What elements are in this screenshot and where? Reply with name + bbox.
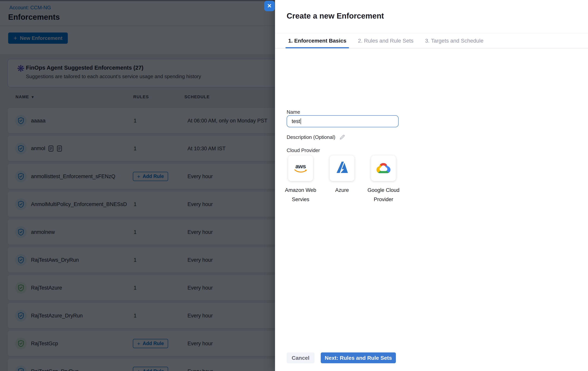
azure-logo-icon <box>335 161 349 176</box>
edit-description-icon[interactable] <box>339 134 345 140</box>
text-cursor <box>301 118 301 124</box>
tab-label: 3. Targets and Schedule <box>425 38 483 44</box>
description-label-text: Description (Optional) <box>287 134 335 140</box>
name-input[interactable]: test <box>287 115 399 127</box>
enforcement-basics-form: Name test Description (Optional) Cloud P… <box>275 48 588 371</box>
description-label: Description (Optional) <box>287 134 345 140</box>
name-input-value: test <box>292 118 300 124</box>
aws-logo-icon: aws <box>294 163 308 173</box>
cloud-provider-options: aws Amazon Web Servies <box>288 156 396 204</box>
cancel-button[interactable]: Cancel <box>287 352 315 363</box>
provider-label: Amazon Web Servies <box>277 186 325 204</box>
next-button[interactable]: Next: Rules and Rule Sets <box>321 352 396 363</box>
provider-card-gcp[interactable]: Google Cloud Provider <box>371 156 396 204</box>
provider-card-azure[interactable]: Azure <box>330 156 354 204</box>
provider-label: Google Cloud Provider <box>359 186 408 204</box>
aws-wordmark: aws <box>295 163 306 169</box>
close-drawer-button[interactable]: ✕ <box>264 1 275 11</box>
drawer-title: Create a new Enforcement <box>287 12 384 20</box>
tab-label: 1. Enforcement Basics <box>288 38 346 44</box>
provider-label: Azure <box>318 186 366 195</box>
create-enforcement-drawer: ✕ Create a new Enforcement 1. Enforcemen… <box>275 0 588 371</box>
wizard-tab[interactable]: 2. Rules and Rule Sets <box>355 33 416 48</box>
name-label: Name <box>287 109 300 115</box>
provider-card-aws[interactable]: aws Amazon Web Servies <box>288 156 313 204</box>
tab-label: 2. Rules and Rule Sets <box>358 38 413 44</box>
wizard-tab[interactable]: 3. Targets and Schedule <box>422 33 486 48</box>
gcp-logo-icon <box>375 160 392 176</box>
wizard-tab[interactable]: 1. Enforcement Basics <box>285 33 349 48</box>
cloud-provider-label: Cloud Provider <box>287 147 320 153</box>
wizard-tabbar: 1. Enforcement Basics 2. Rules and Rule … <box>275 33 588 48</box>
app-root: Account: CCM-NG Enforcements + New Enfor… <box>0 0 588 371</box>
drawer-footer: Cancel Next: Rules and Rule Sets <box>287 352 396 363</box>
